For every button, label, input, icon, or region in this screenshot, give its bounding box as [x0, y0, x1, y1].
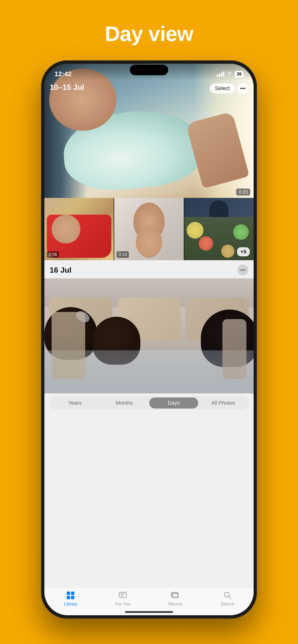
tab-albums-label: Albums — [168, 602, 182, 606]
face-oval-bottom — [136, 227, 162, 258]
library-icon — [65, 590, 76, 600]
view-tabs: Years Months Days All Photos — [49, 396, 249, 410]
thumb-2-duration: 0:14 — [117, 251, 129, 258]
section-2: 16 Jul ••• — [44, 260, 254, 587]
svg-line-12 — [228, 596, 231, 599]
baby-in-bouncer — [52, 215, 80, 244]
food-plate-1 — [187, 222, 203, 238]
tab-library-label: Library — [64, 602, 77, 606]
thumbnail-row: 0:06 0:14 — [44, 198, 254, 260]
thumb-bg-2 — [114, 198, 184, 260]
signal-bars-icon — [216, 72, 224, 77]
more-button-2[interactable]: ••• — [237, 264, 248, 276]
phone-shell: 10–15 Jul Select ••• 0:23 — [41, 60, 257, 618]
home-indicator — [44, 608, 254, 615]
tab-albums[interactable]: Albums — [149, 590, 201, 606]
tab-years[interactable]: Years — [50, 398, 99, 408]
thumb-1-duration: 0:06 — [47, 251, 59, 258]
svg-rect-1 — [71, 592, 74, 595]
select-button[interactable]: Select — [210, 84, 235, 94]
tab-search-label: Search — [221, 602, 234, 606]
thumb-3-plus: +5 — [237, 247, 250, 256]
thumbnail-3[interactable]: +5 — [184, 198, 254, 260]
main-photo-area[interactable]: 10–15 Jul Select ••• 0:23 — [44, 64, 254, 615]
page-title: Day view — [105, 22, 193, 46]
tab-library[interactable]: Library — [44, 590, 97, 606]
more-button-1[interactable]: ••• — [237, 83, 248, 94]
food-plate-4 — [221, 244, 234, 258]
tab-for-you[interactable]: For You — [97, 590, 149, 606]
albums-icon — [169, 590, 181, 600]
svg-rect-10 — [173, 594, 178, 597]
dynamic-island — [130, 65, 168, 75]
search-icon — [222, 590, 233, 600]
svg-point-13 — [229, 74, 230, 76]
svg-rect-2 — [67, 596, 70, 599]
car-seat-detail-2 — [222, 319, 246, 379]
hero-video-container: 10–15 Jul Select ••• 0:23 — [44, 64, 254, 198]
phone-screen: 10–15 Jul Select ••• 0:23 — [44, 64, 254, 615]
thumb-bg-3: +5 — [184, 198, 254, 260]
tab-bar: Library For You — [44, 587, 254, 608]
status-icons: 26 — [216, 71, 244, 78]
section-1-actions: Select ••• — [210, 83, 248, 94]
section-1: 10–15 Jul Select ••• 0:23 — [44, 64, 254, 260]
section-1-date: 10–15 Jul — [50, 83, 84, 92]
thumbnail-2[interactable]: 0:14 — [114, 198, 184, 260]
tab-days[interactable]: Days — [149, 398, 198, 408]
food-plate-3 — [233, 224, 249, 240]
home-bar — [125, 611, 173, 613]
food-plate-2 — [199, 236, 213, 250]
battery-badge: 26 — [235, 71, 244, 78]
hero-duration: 0:23 — [236, 188, 250, 196]
section-2-date: 16 Jul — [50, 266, 72, 274]
thumb-bg-1 — [44, 198, 114, 260]
svg-rect-3 — [71, 596, 74, 599]
tab-months[interactable]: Months — [100, 398, 149, 408]
for-you-icon — [117, 590, 129, 600]
car-seat-detail — [52, 312, 85, 379]
tab-search[interactable]: Search — [201, 590, 254, 606]
tab-all-photos[interactable]: All Photos — [199, 398, 248, 408]
section-2-header: 16 Jul ••• — [44, 260, 254, 278]
thumbnail-1[interactable]: 0:06 — [44, 198, 114, 260]
car-photo[interactable] — [44, 278, 254, 394]
wifi-icon — [227, 71, 232, 77]
tab-for-you-label: For You — [115, 602, 130, 606]
status-time: 12:42 — [54, 70, 72, 78]
svg-rect-0 — [67, 592, 70, 595]
